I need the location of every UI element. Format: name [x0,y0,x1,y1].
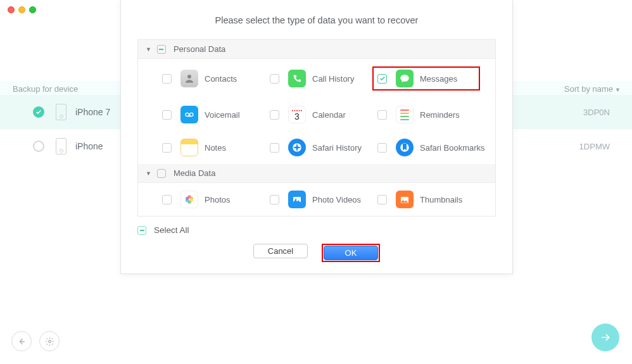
item-checkbox[interactable] [162,143,172,153]
item-label: Photos [205,195,230,204]
device-serial: 3DP0N [583,108,610,117]
thumbnails-icon [396,191,414,208]
item-checkbox[interactable] [377,74,387,84]
item-label: Voicemail [205,110,240,120]
minimize-icon[interactable] [18,6,25,13]
modal-actions: Cancel OK [121,235,512,273]
item-checkbox[interactable] [270,110,279,120]
section-checkbox[interactable] [157,45,166,54]
items-row: Contacts Call History Messages [138,59,495,98]
device-selected-icon[interactable] [33,141,44,152]
section-header-media[interactable]: ▼ Media Data [138,164,495,183]
section-header-personal[interactable]: ▼ Personal Data [138,40,495,59]
window-controls [8,6,36,13]
device-name: iPhone [75,141,103,151]
voicemail-icon [180,106,198,123]
modal-title: Please select the type of data you want … [121,0,512,39]
calendar-icon: ●●●●● 3 [288,106,306,123]
disclosure-triangle-icon[interactable]: ▼ [146,46,151,53]
settings-button[interactable] [39,331,60,351]
item-checkbox[interactable] [162,74,172,84]
cancel-button[interactable]: Cancel [253,244,308,258]
items-row: Voicemail ●●●●● 3 Calendar Reminders [138,98,495,131]
device-serial: 1DPMW [579,142,610,151]
zoom-icon[interactable] [29,6,36,13]
photos-icon [180,191,198,208]
item-checkbox[interactable] [377,195,387,204]
item-safari-bookmarks[interactable]: Safari Bookmarks [377,139,485,156]
section-checkbox[interactable] [157,169,166,178]
select-all-label: Select All [154,225,189,235]
photo-videos-icon [288,191,306,208]
item-label: Notes [205,143,226,153]
reminders-icon [396,106,414,123]
item-notes[interactable]: Notes [162,139,270,156]
item-label: Messages [420,74,457,84]
item-label: Reminders [420,110,460,120]
calendar-day: 3 [294,112,300,121]
section-title: Media Data [174,168,215,178]
item-label: Calendar [312,110,346,120]
item-voicemail[interactable]: Voicemail [162,106,270,123]
next-button[interactable] [591,323,619,351]
svg-point-11 [186,197,189,200]
ok-highlight: OK [322,244,380,262]
items-row: Notes Safari History Safari Bookmarks [138,131,495,164]
device-selected-icon[interactable] [33,106,44,118]
item-checkbox[interactable] [162,195,172,204]
sort-label: Sort by name [564,84,613,94]
items-row: Photos Photo Videos Thumbnails [138,183,495,216]
device-name: iPhone 7 [75,107,110,117]
safari-bookmarks-icon [396,139,414,156]
item-label: Contacts [205,74,237,84]
item-messages[interactable]: Messages [372,66,480,91]
ok-button[interactable]: OK [324,246,378,260]
item-label: Safari History [312,143,362,153]
item-call-history[interactable]: Call History [270,66,377,91]
call-history-icon [288,70,306,87]
svg-point-0 [48,340,51,342]
data-type-panel: ▼ Personal Data Contacts Call History [137,39,496,217]
item-checkbox[interactable] [270,143,279,153]
item-checkbox[interactable] [377,143,387,153]
notes-icon [180,139,198,156]
item-label: Photo Videos [312,195,361,204]
close-icon[interactable] [8,6,15,13]
back-button[interactable] [11,331,32,351]
safari-icon [288,139,306,156]
svg-point-3 [190,113,193,116]
select-all-checkbox[interactable] [137,226,146,235]
item-checkbox[interactable] [377,110,387,120]
item-label: Safari Bookmarks [420,143,485,153]
item-photo-videos[interactable]: Photo Videos [270,191,377,208]
select-all-row[interactable]: Select All [137,225,512,235]
section-title: Personal Data [174,44,225,54]
footer-buttons [11,331,60,351]
backup-for-device-label: Backup for device [13,84,78,94]
disclosure-triangle-icon[interactable]: ▼ [146,170,151,177]
item-label: Call History [312,74,354,84]
messages-icon [396,70,414,87]
data-type-modal: Please select the type of data you want … [120,0,513,274]
phone-icon [56,138,66,154]
svg-point-1 [187,75,191,78]
svg-point-2 [186,113,189,116]
item-checkbox[interactable] [270,74,279,84]
phone-icon [56,104,66,120]
chevron-down-icon: ▼ [615,87,621,93]
item-safari-history[interactable]: Safari History [270,139,377,156]
sort-by-name-button[interactable]: Sort by name▼ [564,84,621,94]
item-thumbnails[interactable]: Thumbnails [377,191,485,208]
item-photos[interactable]: Photos [162,191,270,208]
contacts-icon [180,70,198,87]
item-calendar[interactable]: ●●●●● 3 Calendar [270,106,377,123]
item-checkbox[interactable] [270,195,279,204]
item-label: Thumbnails [420,195,462,204]
item-checkbox[interactable] [162,110,172,120]
item-reminders[interactable]: Reminders [377,106,485,123]
item-contacts[interactable]: Contacts [162,66,270,91]
